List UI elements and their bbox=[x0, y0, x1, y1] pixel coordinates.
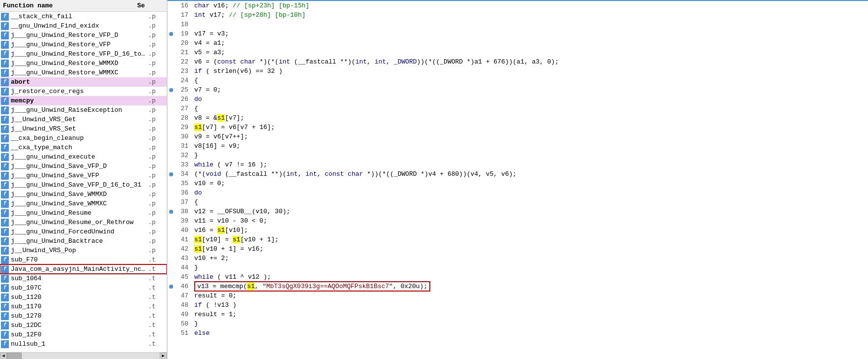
function-list-item[interactable]: f__cxa_type_match.p bbox=[0, 143, 167, 152]
function-icon: f bbox=[1, 331, 9, 339]
function-list-item[interactable]: fJava_com_a_easyjni_MainActivity_nch….t bbox=[0, 264, 167, 274]
function-segment: .t bbox=[146, 284, 166, 292]
line-content: } bbox=[192, 264, 868, 271]
function-list-item[interactable]: fj_restore_core_regs.p bbox=[0, 87, 167, 96]
function-segment: .t bbox=[146, 340, 166, 348]
line-content: v17 = v3; bbox=[192, 30, 868, 37]
function-name: j__Unwind_VRS_Pop bbox=[11, 247, 146, 254]
function-list-item[interactable]: fj___gnu_Unwind_ForcedUnwind.p bbox=[0, 227, 167, 236]
function-icon: f bbox=[1, 322, 9, 329]
function-list-item[interactable]: fj___gnu_Unwind_Restore_VFP_D_16_to_31.p bbox=[0, 49, 167, 59]
scroll-track[interactable] bbox=[7, 353, 160, 359]
line-breakpoint-dot[interactable] bbox=[168, 285, 175, 289]
function-list-item[interactable]: fsub_1170.t bbox=[0, 302, 167, 311]
line-content: v10 += 2; bbox=[192, 255, 868, 262]
function-list-item[interactable]: fj___gnu_Unwind_Save_VFP.p bbox=[0, 171, 167, 180]
function-list-item[interactable]: fj___gnu_Unwind_Restore_VFP.p bbox=[0, 40, 167, 49]
function-icon: f bbox=[1, 116, 9, 124]
line-content: v10 = 0; bbox=[192, 180, 868, 187]
function-name: j___gnu_Unwind_Resume_or_Rethrow bbox=[11, 219, 146, 226]
line-number: 17 bbox=[175, 11, 192, 19]
line-number: 37 bbox=[175, 198, 192, 206]
line-content: { bbox=[192, 105, 868, 112]
scroll-thumb[interactable] bbox=[7, 353, 22, 359]
function-name: __gnu_Unwind_Find_exidx bbox=[11, 22, 146, 30]
function-name: __stack_chk_fail bbox=[11, 13, 146, 20]
function-name: sub_107C bbox=[11, 284, 146, 292]
function-list-item[interactable]: f__stack_chk_fail.p bbox=[0, 12, 167, 21]
line-number: 26 bbox=[175, 96, 192, 103]
scroll-right-arrow[interactable]: ▶ bbox=[160, 353, 167, 359]
function-list-item[interactable]: fsub_1064.t bbox=[0, 274, 167, 283]
function-segment: .p bbox=[146, 41, 166, 48]
line-content: (*(void (__fastcall **)(int, int, const … bbox=[192, 170, 868, 178]
function-list-item[interactable]: fnullsub_1.t bbox=[0, 339, 167, 349]
function-icon: f bbox=[1, 312, 9, 320]
function-list-item[interactable]: fj___gnu_Unwind_Save_WMMXD.p bbox=[0, 190, 167, 199]
code-line: 28 v8 = &s1[v7]; bbox=[168, 113, 868, 123]
breakpoint-indicator bbox=[169, 88, 173, 92]
function-segment: .p bbox=[146, 13, 166, 20]
function-list-item[interactable]: fj___gnu_Unwind_Save_VFP_D_16_to_31.p bbox=[0, 180, 167, 190]
function-list-item[interactable]: fsub_107C.t bbox=[0, 283, 167, 293]
line-number: 47 bbox=[175, 292, 192, 299]
function-list-item[interactable]: fmemcpy.p bbox=[0, 96, 167, 105]
function-list-item[interactable]: fj__Unwind_VRS_Set.p bbox=[0, 124, 167, 133]
line-breakpoint-dot[interactable] bbox=[168, 210, 175, 214]
function-list-item[interactable]: fj___gnu_Unwind_Restore_VFP_D.p bbox=[0, 31, 167, 40]
function-list-item[interactable]: fj___gnu_Unwind_Backtrace.p bbox=[0, 236, 167, 246]
line-breakpoint-dot[interactable] bbox=[168, 88, 175, 92]
function-list-item[interactable]: fj___gnu_Unwind_Resume.p bbox=[0, 208, 167, 218]
line-number: 24 bbox=[175, 77, 192, 84]
function-icon: f bbox=[1, 125, 9, 133]
line-breakpoint-dot[interactable] bbox=[168, 32, 175, 36]
function-list-item[interactable]: fj__Unwind_VRS_Pop.p bbox=[0, 246, 167, 255]
function-name: j___gnu_Unwind_Save_VFP_D_16_to_31 bbox=[11, 181, 146, 189]
function-list-item[interactable]: fabort.p bbox=[0, 77, 167, 87]
line-breakpoint-dot[interactable] bbox=[168, 172, 175, 176]
line-number: 18 bbox=[175, 21, 192, 28]
line-number: 42 bbox=[175, 245, 192, 253]
function-list-item[interactable]: fsub_12F0.t bbox=[0, 330, 167, 339]
function-list-item[interactable]: fj___gnu_Unwind_RaiseException.p bbox=[0, 105, 167, 115]
line-content: v4 = a1; bbox=[192, 39, 868, 47]
function-list-item[interactable]: fj___gnu_unwind_execute.p bbox=[0, 152, 167, 162]
function-list-item[interactable]: fj___gnu_Unwind_Save_VFP_D.p bbox=[0, 162, 167, 171]
function-segment: .p bbox=[146, 153, 166, 161]
code-view-panel[interactable]: 16 char v16; // [sp+23h] [bp-15h]17 int … bbox=[167, 0, 868, 359]
function-list-item[interactable]: fsub_1270.t bbox=[0, 311, 167, 321]
function-list-item[interactable]: fj___gnu_Unwind_Save_WMMXC.p bbox=[0, 199, 167, 208]
scroll-left-arrow[interactable]: ◀ bbox=[0, 353, 7, 359]
left-scrollbar[interactable]: ◀ ▶ bbox=[0, 352, 167, 359]
function-list-item[interactable]: fj__Unwind_VRS_Get.p bbox=[0, 115, 167, 124]
function-list-item[interactable]: fsub_1120.t bbox=[0, 293, 167, 302]
function-icon: f bbox=[1, 88, 9, 96]
line-content: s1[v10 + 1] = v16; bbox=[192, 245, 868, 253]
function-list-item[interactable]: fsub_F70.t bbox=[0, 255, 167, 264]
line-content: do bbox=[192, 189, 868, 196]
function-list-item[interactable]: fj___gnu_Unwind_Resume_or_Rethrow.p bbox=[0, 218, 167, 227]
code-line: 43 v10 += 2; bbox=[168, 254, 868, 263]
line-content: v13 = memcmp(s1, "MbT3sQgX039i3g==AQOoMQ… bbox=[192, 281, 868, 292]
line-number: 41 bbox=[175, 236, 192, 243]
function-name: j___gnu_unwind_execute bbox=[11, 153, 146, 161]
function-list-item[interactable]: fsub_12DC.t bbox=[0, 321, 167, 330]
line-number: 43 bbox=[175, 255, 192, 262]
function-name: sub_1064 bbox=[11, 275, 146, 282]
function-list-item[interactable]: f__cxa_begin_cleanup.p bbox=[0, 133, 167, 143]
function-list-item[interactable]: fj___gnu_Unwind_Restore_WMMXD.p bbox=[0, 59, 167, 68]
function-icon: f bbox=[1, 191, 9, 198]
function-segment: .p bbox=[146, 191, 166, 198]
function-list[interactable]: f__stack_chk_fail.pf__gnu_Unwind_Find_ex… bbox=[0, 12, 167, 352]
function-segment: .p bbox=[146, 209, 166, 217]
function-list-item[interactable]: fj___gnu_Unwind_Restore_WMMXC.p bbox=[0, 68, 167, 77]
line-content: else bbox=[192, 329, 868, 337]
line-number: 44 bbox=[175, 264, 192, 271]
function-name: j___gnu_Unwind_ForcedUnwind bbox=[11, 228, 146, 235]
line-number: 16 bbox=[175, 2, 192, 9]
function-list-item[interactable]: f__gnu_Unwind_Find_exidx.p bbox=[0, 21, 167, 31]
function-segment: .t bbox=[146, 275, 166, 282]
line-content: result = 0; bbox=[192, 292, 868, 299]
line-number: 29 bbox=[175, 124, 192, 131]
segment-column-header: Se bbox=[137, 2, 157, 9]
